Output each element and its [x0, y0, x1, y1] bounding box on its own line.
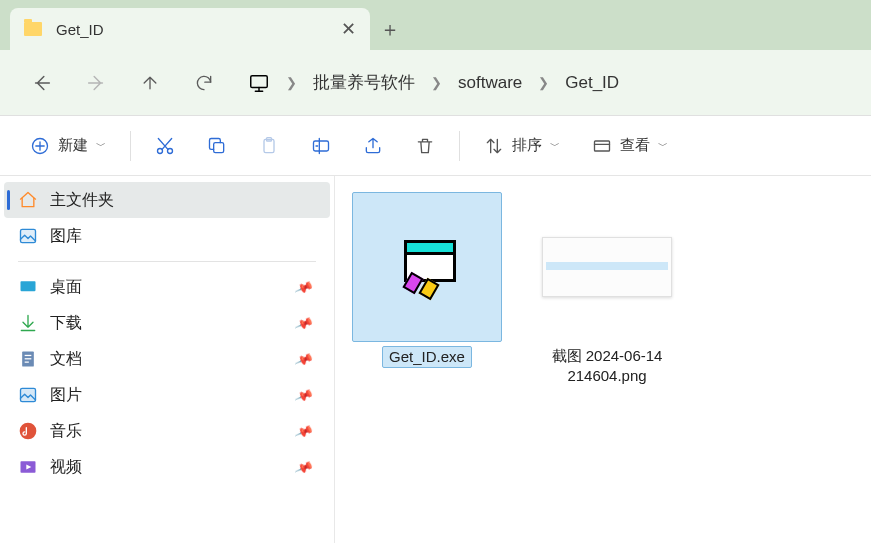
- pin-icon: 📌: [294, 385, 314, 405]
- new-button[interactable]: 新建 ﹀: [14, 127, 122, 165]
- pin-icon: 📌: [294, 349, 314, 369]
- document-icon: [18, 349, 38, 369]
- refresh-button[interactable]: [180, 63, 228, 103]
- sidebar-label: 图片: [50, 385, 82, 406]
- svg-rect-0: [251, 75, 268, 87]
- pictures-icon: [18, 385, 38, 405]
- file-thumbnail: [352, 192, 502, 342]
- sidebar-item-home[interactable]: 主文件夹: [4, 182, 330, 218]
- tab-title: Get_ID: [56, 21, 327, 38]
- sidebar-label: 音乐: [50, 421, 82, 442]
- sidebar-label: 文档: [50, 349, 82, 370]
- new-label: 新建: [58, 136, 88, 155]
- sidebar-item-video[interactable]: 视频📌: [4, 449, 330, 485]
- file-name: 截图 2024-06-14 214604.png: [531, 346, 683, 387]
- explorer-body: 主文件夹 图库 桌面📌下载📌文档📌图片📌音乐📌视频📌 Get_ID.exe截图 …: [0, 175, 871, 543]
- arrow-right-icon: [85, 72, 107, 94]
- sidebar-label: 图库: [50, 226, 82, 247]
- svg-rect-12: [25, 355, 32, 356]
- separator: [459, 131, 460, 161]
- arrow-up-icon: [140, 73, 160, 93]
- svg-rect-10: [21, 281, 36, 291]
- back-button[interactable]: [18, 63, 66, 103]
- this-pc-icon[interactable]: [242, 68, 276, 98]
- nav-bar: ❯ 批量养号软件 ❯ software ❯ Get_ID: [0, 50, 871, 115]
- sidebar-item-document[interactable]: 文档📌: [4, 341, 330, 377]
- sidebar-label: 视频: [50, 457, 82, 478]
- gallery-icon: [18, 226, 38, 246]
- desktop-icon: [18, 277, 38, 297]
- chevron-right-icon[interactable]: ❯: [280, 75, 303, 90]
- breadcrumb-item-2[interactable]: Get_ID: [559, 69, 625, 97]
- chevron-down-icon: ﹀: [96, 139, 106, 153]
- file-thumbnail: [532, 192, 682, 342]
- pin-icon: 📌: [294, 277, 314, 297]
- sidebar-item-desktop[interactable]: 桌面📌: [4, 269, 330, 305]
- sort-icon: [484, 136, 504, 156]
- view-icon: [592, 136, 612, 156]
- sidebar-label: 桌面: [50, 277, 82, 298]
- sidebar: 主文件夹 图库 桌面📌下载📌文档📌图片📌音乐📌视频📌: [0, 176, 335, 543]
- breadcrumb-item-0[interactable]: 批量养号软件: [307, 67, 421, 98]
- sidebar-item-pictures[interactable]: 图片📌: [4, 377, 330, 413]
- sort-button[interactable]: 排序 ﹀: [468, 127, 576, 165]
- home-icon: [18, 190, 38, 210]
- share-button[interactable]: [347, 127, 399, 165]
- rename-button[interactable]: [295, 127, 347, 165]
- pin-icon: 📌: [294, 421, 314, 441]
- svg-rect-9: [21, 229, 36, 242]
- trash-icon: [415, 136, 435, 156]
- cut-icon: [155, 136, 175, 156]
- exe-icon: [396, 240, 458, 294]
- new-tab-button[interactable]: ＋: [370, 8, 410, 50]
- up-button[interactable]: [126, 63, 174, 103]
- breadcrumb: ❯ 批量养号软件 ❯ software ❯ Get_ID: [242, 67, 625, 98]
- copy-button[interactable]: [191, 127, 243, 165]
- breadcrumb-item-1[interactable]: software: [452, 69, 528, 97]
- cut-button[interactable]: [139, 127, 191, 165]
- toolbar: 新建 ﹀ 排序 ﹀ 查看 ﹀: [0, 115, 871, 175]
- close-icon[interactable]: ✕: [341, 18, 356, 40]
- rename-icon: [311, 136, 331, 156]
- file-pane[interactable]: Get_ID.exe截图 2024-06-14 214604.png: [335, 176, 871, 543]
- sort-label: 排序: [512, 136, 542, 155]
- paste-button[interactable]: [243, 127, 295, 165]
- sidebar-label: 下载: [50, 313, 82, 334]
- music-icon: [18, 421, 38, 441]
- refresh-icon: [194, 73, 214, 93]
- share-icon: [363, 136, 383, 156]
- chevron-right-icon[interactable]: ❯: [425, 75, 448, 90]
- svg-rect-15: [21, 388, 36, 401]
- svg-rect-14: [25, 362, 29, 363]
- file-item[interactable]: Get_ID.exe: [347, 188, 507, 391]
- pin-icon: 📌: [294, 313, 314, 333]
- sidebar-item-gallery[interactable]: 图库: [4, 218, 330, 254]
- chevron-down-icon: ﹀: [658, 139, 668, 153]
- chevron-down-icon: ﹀: [550, 139, 560, 153]
- svg-rect-8: [595, 141, 610, 151]
- image-thumbnail: [542, 237, 672, 297]
- arrow-left-icon: [31, 72, 53, 94]
- sidebar-label: 主文件夹: [50, 190, 114, 211]
- video-icon: [18, 457, 38, 477]
- view-label: 查看: [620, 136, 650, 155]
- plus-circle-icon: [30, 136, 50, 156]
- delete-button[interactable]: [399, 127, 451, 165]
- view-button[interactable]: 查看 ﹀: [576, 127, 684, 165]
- sidebar-item-music[interactable]: 音乐📌: [4, 413, 330, 449]
- separator: [130, 131, 131, 161]
- separator: [18, 261, 316, 262]
- file-item[interactable]: 截图 2024-06-14 214604.png: [527, 188, 687, 391]
- svg-rect-13: [25, 358, 32, 359]
- svg-point-16: [20, 423, 37, 440]
- download-icon: [18, 313, 38, 333]
- folder-icon: [24, 22, 42, 36]
- pin-icon: 📌: [294, 457, 314, 477]
- sidebar-item-download[interactable]: 下载📌: [4, 305, 330, 341]
- chevron-right-icon[interactable]: ❯: [532, 75, 555, 90]
- tab-bar: Get_ID ✕ ＋: [0, 0, 871, 50]
- paste-icon: [259, 136, 279, 156]
- tab-active[interactable]: Get_ID ✕: [10, 8, 370, 50]
- forward-button[interactable]: [72, 63, 120, 103]
- copy-icon: [207, 136, 227, 156]
